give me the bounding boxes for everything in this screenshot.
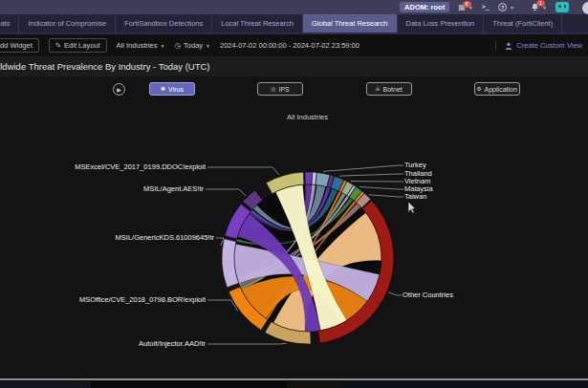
leader-line	[389, 292, 402, 295]
chord-chart[interactable]	[0, 0, 588, 388]
leader-line	[369, 195, 403, 197]
chord-label-msoffice: MSOffice/CVE_2018_0798.BOR!exploit	[79, 295, 206, 304]
leader-line	[339, 174, 403, 176]
chord-label-other-countries: Other Countries	[403, 291, 453, 299]
leader-line	[207, 343, 287, 344]
chord-segment-sliver-purple-1[interactable]	[305, 172, 313, 184]
chord-label-autoit: AutoIt/Injector.AAD!tr	[139, 339, 206, 348]
chord-label-agent-aes: MSIL/Agent.AES!tr	[143, 184, 204, 193]
chord-label-turkey: Turkey	[404, 161, 426, 169]
next-widget-edge	[0, 380, 588, 388]
leader-line	[359, 187, 403, 189]
chord-label-taiwan: Taiwan	[404, 192, 426, 201]
leader-line	[323, 165, 403, 171]
leader-line	[206, 189, 246, 196]
chord-label-msexcel: MSExcel/CVE_2017_0199.DDOC!exploit	[75, 162, 206, 171]
leader-line	[207, 167, 279, 175]
leader-line	[207, 300, 238, 311]
chord-label-generickds: MSIL/GenericKDS.61009645!tr	[116, 233, 214, 242]
